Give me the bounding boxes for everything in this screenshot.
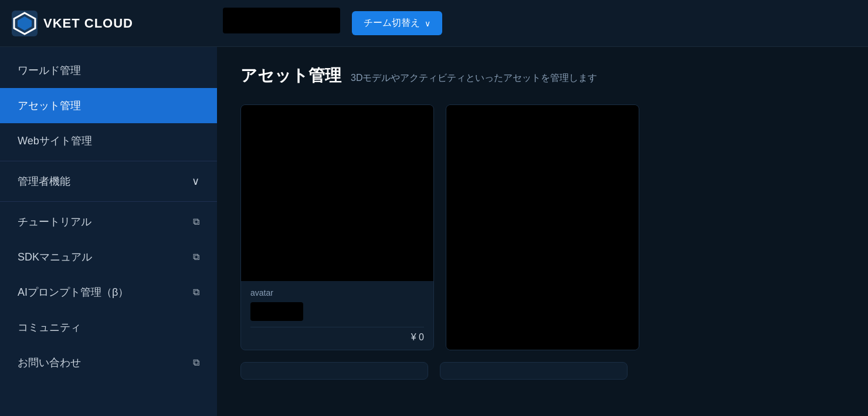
asset-card-divider bbox=[250, 327, 424, 327]
sidebar-item-label: コミュニティ bbox=[18, 320, 81, 334]
external-link-icon: ⧉ bbox=[193, 252, 199, 262]
page-title-area: アセット管理 3Dモデルやアクティビティといったアセットを管理します bbox=[240, 65, 845, 87]
asset-grid: avatar ¥ 0 bbox=[240, 104, 845, 350]
sidebar-item-contact[interactable]: お問い合わせ ⧉ bbox=[0, 345, 217, 380]
page-subtitle: 3Dモデルやアクティビティといったアセットを管理します bbox=[351, 72, 597, 84]
sidebar-item-sdk[interactable]: SDKマニュアル ⧉ bbox=[0, 239, 217, 275]
asset-grid-row2 bbox=[240, 362, 845, 380]
asset-price: ¥ 0 bbox=[250, 332, 424, 343]
external-link-icon: ⧉ bbox=[193, 357, 199, 368]
asset-card[interactable]: avatar ¥ 0 bbox=[240, 104, 434, 350]
team-switch-label: チーム切替え bbox=[364, 17, 420, 29]
asset-card-partial-2[interactable] bbox=[440, 362, 628, 380]
chevron-down-icon: ∨ bbox=[192, 175, 199, 188]
asset-card-image bbox=[241, 105, 433, 281]
sidebar-item-label: お問い合わせ bbox=[18, 356, 81, 370]
logo-text: VKET CLOUD bbox=[43, 16, 133, 31]
sidebar-item-admin[interactable]: 管理者機能 ∨ bbox=[0, 164, 217, 199]
sidebar-item-label: SDKマニュアル bbox=[18, 250, 92, 264]
team-switch-button[interactable]: チーム切替え ∨ bbox=[352, 11, 442, 35]
sidebar-item-website[interactable]: Webサイト管理 bbox=[0, 123, 217, 158]
asset-card-partial[interactable] bbox=[240, 362, 428, 380]
sidebar-divider-2 bbox=[0, 201, 217, 202]
external-link-icon: ⧉ bbox=[193, 217, 199, 227]
sidebar-item-label: Webサイト管理 bbox=[18, 134, 92, 148]
sidebar-item-label: ワールド管理 bbox=[18, 63, 81, 77]
sidebar-item-community[interactable]: コミュニティ bbox=[0, 310, 217, 345]
body: ワールド管理 アセット管理 Webサイト管理 管理者機能 ∨ チュートリアル ⧉… bbox=[0, 47, 868, 416]
logo-area: VKET CLOUD bbox=[12, 11, 211, 36]
sidebar-item-label: チュートリアル bbox=[18, 215, 91, 229]
main-content: アセット管理 3Dモデルやアクティビティといったアセットを管理します avata… bbox=[217, 47, 868, 416]
sidebar-item-asset[interactable]: アセット管理 bbox=[0, 88, 217, 123]
sidebar-item-world[interactable]: ワールド管理 bbox=[0, 53, 217, 88]
sidebar-item-label: AIプロンプト管理（β） bbox=[18, 285, 128, 299]
asset-type-label: avatar bbox=[250, 288, 424, 297]
logo-icon bbox=[12, 11, 38, 36]
header: VKET CLOUD チーム切替え ∨ bbox=[0, 0, 868, 47]
sidebar: ワールド管理 アセット管理 Webサイト管理 管理者機能 ∨ チュートリアル ⧉… bbox=[0, 47, 217, 416]
external-link-icon: ⧉ bbox=[193, 287, 199, 297]
asset-name-bar bbox=[250, 302, 303, 321]
asset-card-large[interactable] bbox=[446, 104, 639, 350]
sidebar-item-label: アセット管理 bbox=[18, 99, 81, 113]
asset-card-footer: avatar ¥ 0 bbox=[241, 281, 433, 350]
sidebar-divider bbox=[0, 161, 217, 161]
chevron-down-icon: ∨ bbox=[425, 19, 430, 28]
sidebar-item-label: 管理者機能 bbox=[18, 174, 70, 188]
page-title: アセット管理 bbox=[240, 65, 341, 87]
sidebar-item-tutorial[interactable]: チュートリアル ⧉ bbox=[0, 204, 217, 239]
sidebar-item-ai[interactable]: AIプロンプト管理（β） ⧉ bbox=[0, 275, 217, 310]
asset-card-large-image bbox=[446, 105, 639, 350]
header-input-field[interactable] bbox=[223, 8, 340, 33]
